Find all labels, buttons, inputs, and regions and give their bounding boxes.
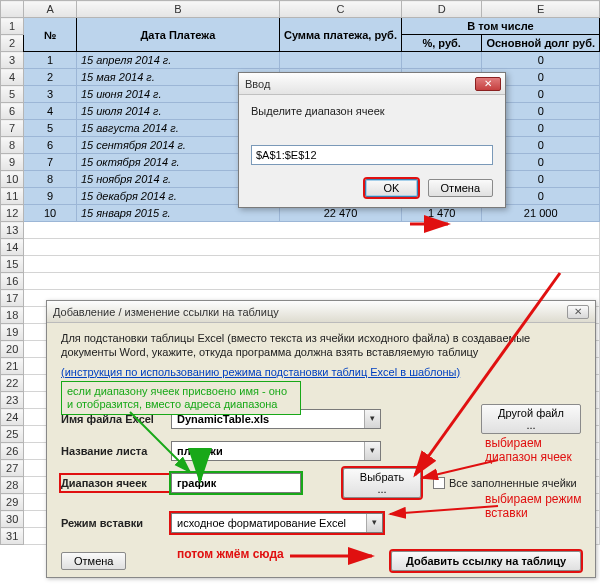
close-icon[interactable]: ✕ [475,77,501,91]
range-input[interactable] [251,145,493,165]
hdr-main: Основной долг руб. [482,35,600,52]
hdr-pct: %, руб. [401,35,481,52]
cell-e[interactable]: 0 [482,52,600,69]
dialog-titlebar[interactable]: Ввод ✕ [239,73,505,95]
close-icon[interactable]: ✕ [567,305,589,319]
col-C[interactable]: C [279,1,401,18]
chevron-down-icon[interactable]: ▾ [366,514,382,532]
label-sheet: Название листа [61,445,171,457]
col-B[interactable]: B [76,1,279,18]
label-range: Диапазон ячеек [61,475,171,491]
label-excel-file: Имя файла Excel [61,413,171,425]
chevron-down-icon[interactable]: ▾ [364,442,380,460]
hdr-no: № [24,18,77,52]
dialog-prompt: Выделите диапазон ячеек [251,105,493,117]
col-A[interactable]: A [24,1,77,18]
insert-mode-combo[interactable]: исходное форматирование Excel ▾ [171,513,383,533]
cancel-button[interactable]: Отмена [428,179,493,197]
checkbox-icon[interactable] [433,477,445,489]
sheet-name-combo[interactable]: платежи ▾ [171,441,381,461]
col-E[interactable]: E [482,1,600,18]
input-range-dialog[interactable]: Ввод ✕ Выделите диапазон ячеек OK Отмена [238,72,506,208]
file-name-combo[interactable]: DynamicTable.xls ▾ [171,409,381,429]
corner-cell[interactable] [1,1,24,18]
hdr-group: В том числе [401,18,599,35]
other-file-button[interactable]: Другой файл ... [481,404,581,434]
col-D[interactable]: D [401,1,481,18]
label-insert-mode: Режим вставки [61,517,171,529]
row-hdr[interactable]: 2 [1,35,24,52]
all-filled-checkbox[interactable]: Все заполненные ячейки [433,477,577,489]
row-hdr[interactable]: 1 [1,18,24,35]
chevron-down-icon[interactable]: ▾ [364,410,380,428]
ok-button[interactable]: OK [365,179,419,197]
hdr-sum: Сумма платежа, руб. [279,18,401,52]
hdr-date: Дата Платежа [76,18,279,52]
cell-range-combo[interactable]: график [171,473,301,493]
add-table-link-dialog[interactable]: Добавление / изменение ссылки на таблицу… [46,300,596,578]
dialog-title: Добавление / изменение ссылки на таблицу [53,306,279,318]
select-range-button[interactable]: Выбрать ... [343,468,421,498]
cell-date[interactable]: 15 апреля 2014 г. [76,52,279,69]
help-link[interactable]: (инструкция по использованию режима подс… [61,366,460,378]
cell-n[interactable]: 1 [24,52,77,69]
add-link-button[interactable]: Добавить ссылку на таблицу [391,551,581,571]
dialog-title: Ввод [245,78,270,90]
dialog-titlebar[interactable]: Добавление / изменение ссылки на таблицу… [47,301,595,323]
cancel-button[interactable]: Отмена [61,552,126,570]
help-text: Для подстановки таблицы Excel (вместо те… [61,331,581,360]
